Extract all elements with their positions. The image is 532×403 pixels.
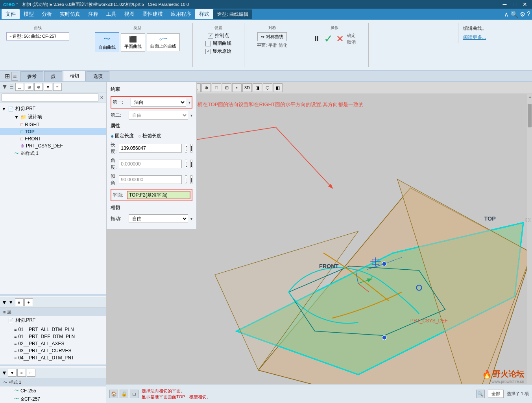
angle-bracket-btn[interactable]: [ [185,160,187,168]
loose-length-radio[interactable]: ○ 松弛长度 [138,132,161,139]
layer-icon1[interactable]: ≡ [15,298,24,306]
layer-toggle-icon[interactable]: ▼ [2,299,7,305]
sidebar-icon-settings[interactable]: ≡ [53,83,62,91]
scroll-thumb[interactable] [528,104,532,127]
length-input[interactable] [119,144,182,153]
tree-item-root[interactable]: ▼ 📄 相切.PRT [0,105,106,113]
search-icon[interactable]: 🔍 [510,11,518,18]
tree-item-front[interactable]: □ FRONT [0,135,106,142]
tilt-input[interactable] [119,175,182,184]
style-section-header[interactable]: 〜 样式 1 [0,378,106,386]
constraint-first-select[interactable]: 法向 自由 曲率 [131,98,186,107]
status-icon-square[interactable]: □ [130,390,139,398]
settings-icon[interactable]: ⚙ [520,11,525,18]
titlebar-right[interactable]: ─ □ ✕ [501,1,529,7]
menu-modeling[interactable]: 造型: 曲线编辑 [213,9,252,19]
vp-plane-btn[interactable]: □ [212,83,221,92]
show-original-toggle[interactable]: ✓ 显示原始 [205,48,231,55]
vp-3d-btn[interactable]: 3D [242,83,252,92]
menu-file[interactable]: 文件 [2,9,20,19]
sidebar-search-clear[interactable]: ✕ [99,95,104,100]
layer-item-3[interactable]: ≡ 03__PRT_ALL_CURVES [0,347,106,354]
sym-simplify-btn[interactable]: 简化 [279,42,287,48]
type-free-curve-btn[interactable]: 〜 自由曲线 [95,32,119,52]
layer-item-4[interactable]: ≡ 04__PRT_ALL_DTM_PNT [0,354,106,361]
layer-filter-icon[interactable]: ▼ [8,300,14,305]
plane-input[interactable] [127,191,190,199]
length-bracket-btn2[interactable]: ] [190,144,192,153]
help-icon[interactable]: ? [527,11,530,18]
tab-reference[interactable]: 参考 [20,71,43,81]
menu-model[interactable]: 模型 [20,9,38,19]
tab-options[interactable]: 选项 [87,71,109,81]
status-icon-home[interactable]: 🏠 [109,390,118,398]
drag-dropdown-icon[interactable]: ▾ [190,217,192,221]
tree-item-csys[interactable]: ⊕ PRT_CSYS_DEF [0,142,106,149]
maximize-button[interactable]: □ [512,1,518,7]
sidebar-icon-filter[interactable]: ▼ [44,83,52,91]
constraint-second-select[interactable]: 自由 法向 曲率 [129,111,188,120]
close-button[interactable]: ✕ [521,1,529,7]
fixed-length-radio[interactable]: ● 固定长度 [111,132,134,139]
confirm-button[interactable]: ✓ [324,32,333,45]
menu-apps[interactable]: 应用程序 [167,9,195,19]
sidebar-icon2[interactable]: ≡ [11,72,18,81]
menu-view[interactable]: 视图 [120,9,139,19]
tree-item-design[interactable]: ▼ 📁 设计项 [0,113,106,121]
scroll-up-icon[interactable]: ▲ [527,94,532,100]
curve-value-display[interactable]: ~ 造型: 56: 曲线: CF-257 [6,32,69,40]
menu-style[interactable]: 样式 [195,9,213,19]
sidebar-search-input[interactable] [2,94,98,101]
menu-analysis[interactable]: 分析 [38,9,56,19]
periodic-curve-toggle[interactable]: 周期曲线 [205,40,231,47]
vp-axis-btn[interactable]: ⊕ [201,83,211,92]
layer-item-1[interactable]: ≡ 01__PRT_DEF_DTM_PLN [0,333,106,340]
style-icon3[interactable]: □ [27,369,35,377]
vp-wire-btn[interactable]: ⬡ [263,83,272,92]
menu-flexible[interactable]: 柔性建模 [139,9,167,19]
read-more-link[interactable]: 阅读更多... [463,35,486,40]
status-icon-lock[interactable]: 🔒 [120,390,128,398]
layers-section-header[interactable]: ≡ 层 [0,308,106,316]
status-zoom-icon[interactable]: 🔍 [476,390,485,398]
layer-item-2[interactable]: ≡ 02__PRT_ALL_AXES [0,340,106,347]
menu-annotation[interactable]: 注释 [84,9,102,19]
symmetry-curve-btn[interactable]: ⇔ 对称曲线 [257,32,287,41]
style-curve-cf257[interactable]: 〜 ※CF-257 [0,395,106,403]
sidebar-toggle-icon[interactable]: ▼ [2,83,8,90]
style-icon1[interactable]: ▼ [8,369,17,377]
control-points-toggle[interactable]: ✓ 控制点 [208,32,229,39]
menu-simulation[interactable]: 实时仿真 [56,9,84,19]
first-dropdown-icon[interactable]: ▾ [188,100,190,105]
cancel-button[interactable]: ✕ [336,33,344,44]
tree-item-style1[interactable]: 〜 ※样式 1 [0,149,106,158]
minimize-button[interactable]: ─ [501,1,508,7]
status-select-btn[interactable]: 全部 [488,390,504,398]
sidebar-icon-grid[interactable]: ⊞ [25,83,33,91]
style-toggle-icon[interactable]: ▼ [2,370,7,376]
vp-shade-btn[interactable]: ◨ [253,83,262,92]
sidebar-icon-list1[interactable]: ☰ [9,84,15,90]
layer-file-item[interactable]: 📄 相切.PRT [0,316,106,324]
style-curve-cf255[interactable]: 〜 CF-255 [0,386,106,395]
right-scrollbar[interactable]: ▲ ▼ 0.00.0 [527,94,532,403]
tree-item-top[interactable]: □ TOP [0,128,106,135]
sidebar-icon-list2[interactable]: ☰ [15,83,24,91]
tab-tangent[interactable]: 相切 [63,71,86,81]
style-icon2[interactable]: ≡ [17,369,26,377]
tree-item-right[interactable]: □ RIGHT [0,121,106,128]
menu-tools[interactable]: 工具 [102,9,120,19]
angle-bracket-btn2[interactable]: ] [190,160,192,168]
sidebar-expand-icon[interactable]: ⊞ [5,72,10,80]
tilt-bracket-btn2[interactable]: ] [190,175,192,184]
pause-button[interactable]: ⏸ [313,34,321,43]
vp-hidden-btn[interactable]: ◧ [273,83,283,92]
layer-icon2[interactable]: + [24,298,33,306]
tab-point[interactable]: 点 [44,71,62,81]
length-bracket-btn[interactable]: [ [185,144,187,153]
drag-select[interactable]: 自由 固定 [129,214,188,223]
vp-csys-btn[interactable]: ⊞ [222,83,231,92]
type-plane-curve-btn[interactable]: ⬛ 平面曲线 [121,33,145,52]
type-surface-curve-btn[interactable]: ⬦〜 曲面上的曲线 [147,33,180,51]
tilt-bracket-btn[interactable]: [ [185,175,187,184]
